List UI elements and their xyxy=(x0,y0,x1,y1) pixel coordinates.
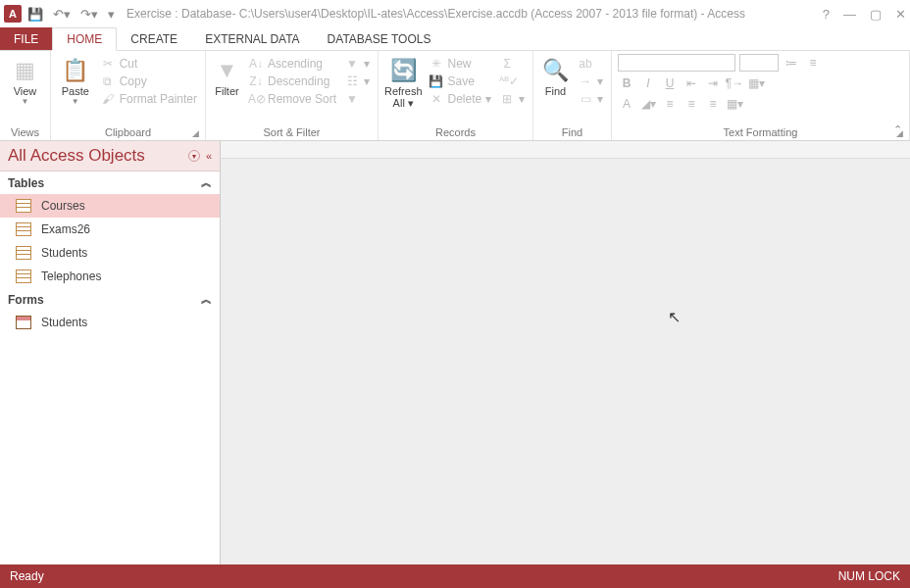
underline-button[interactable]: U xyxy=(661,74,679,92)
nav-table-students[interactable]: Students xyxy=(0,241,220,265)
font-color-button[interactable]: A xyxy=(618,95,635,113)
nav-table-telephones[interactable]: Telephones xyxy=(0,265,220,288)
bullets-icon[interactable]: ≔ xyxy=(783,54,800,72)
window-buttons: ? — ▢ ✕ xyxy=(823,7,906,22)
restore-icon[interactable]: ▢ xyxy=(870,7,882,22)
more-button[interactable]: ⊞▾ xyxy=(497,91,527,107)
status-bar: Ready NUM LOCK xyxy=(0,564,910,588)
remove-sort-label: Remove Sort xyxy=(268,92,336,106)
descending-label: Descending xyxy=(268,74,329,88)
document-area: ↖ xyxy=(221,141,910,564)
select-button[interactable]: ▭▾ xyxy=(576,91,605,107)
tab-home[interactable]: HOME xyxy=(52,27,117,51)
new-icon: ✳ xyxy=(429,57,444,71)
refresh-label: Refresh All ▾ xyxy=(384,85,423,109)
cut-label: Cut xyxy=(120,57,138,71)
tab-file[interactable]: FILE xyxy=(0,27,52,50)
ascending-button[interactable]: A↓Ascending xyxy=(246,56,338,72)
align-left-icon[interactable]: ≡ xyxy=(661,95,679,113)
ribbon-tabs: FILE HOME CREATE EXTERNAL DATA DATABASE … xyxy=(0,27,910,51)
nav-table-courses[interactable]: Courses xyxy=(0,194,220,218)
alt-row-color-icon[interactable]: ▦▾ xyxy=(726,95,743,113)
quick-access-toolbar: 💾 ↶▾ ↷▾ ▾ xyxy=(27,7,115,22)
selection-button[interactable]: ▼▾ xyxy=(342,56,372,72)
selection-icon: ▼ xyxy=(344,57,360,71)
tab-database-tools[interactable]: DATABASE TOOLS xyxy=(314,27,445,50)
copy-button[interactable]: ⧉Copy xyxy=(98,74,199,89)
align-center-icon[interactable]: ≡ xyxy=(682,95,700,113)
s1: ▾ xyxy=(364,57,370,71)
copy-icon: ⧉ xyxy=(100,74,116,88)
delete-record-button[interactable]: ✕Delete ▾ xyxy=(427,91,494,107)
nav-form-students[interactable]: Students xyxy=(0,311,220,334)
qat-customize-icon[interactable]: ▾ xyxy=(108,7,115,22)
group-records: 🔄 Refresh All ▾ ✳New 💾Save ✕Delete ▾ Σ ᴬ… xyxy=(379,51,533,140)
caret: ▾ xyxy=(597,74,603,88)
numbering-icon[interactable]: ≡ xyxy=(804,54,822,72)
save-record-button[interactable]: 💾Save xyxy=(427,74,494,89)
form-icon xyxy=(16,316,31,329)
chevron-down-icon: ▼ xyxy=(72,97,79,106)
sigma-icon: Σ xyxy=(499,57,515,71)
align-right-icon[interactable]: ≡ xyxy=(704,95,722,113)
save-label: Save xyxy=(448,74,475,88)
sort-asc-icon: A↓ xyxy=(248,57,264,71)
group-clipboard: 📋 Paste ▼ ✂Cut ⧉Copy 🖌Format Painter Cli… xyxy=(51,51,206,140)
group-label-views: Views xyxy=(6,124,44,140)
goto-button[interactable]: →▾ xyxy=(576,74,605,89)
remove-sort-button[interactable]: A⊘Remove Sort xyxy=(246,91,338,107)
save-icon[interactable]: 💾 xyxy=(27,7,43,22)
tab-external-data[interactable]: EXTERNAL DATA xyxy=(191,27,313,50)
find-button[interactable]: 🔍 Find xyxy=(539,54,572,97)
nav-item-label: Students xyxy=(41,246,87,260)
filter-button[interactable]: ▼ Filter xyxy=(212,54,242,97)
group-label-find: Find xyxy=(539,124,605,140)
tab-create[interactable]: CREATE xyxy=(117,27,191,50)
minimize-icon[interactable]: — xyxy=(843,7,856,22)
replace-button[interactable]: ab xyxy=(576,56,605,72)
navpane-dropdown-icon[interactable]: ▾ xyxy=(188,150,200,162)
navigation-pane: All Access Objects ▾ « Tables ︽ Courses … xyxy=(0,141,221,564)
format-painter-button[interactable]: 🖌Format Painter xyxy=(98,91,199,107)
toggle-filter-button[interactable]: ▼ xyxy=(342,91,372,107)
font-size-combo[interactable] xyxy=(739,54,779,72)
group-views: ▦ View ▼ Views xyxy=(0,51,51,140)
refresh-icon: 🔄 xyxy=(390,56,417,85)
nav-section-forms[interactable]: Forms ︽ xyxy=(0,288,220,311)
ltr-icon[interactable]: ¶→ xyxy=(726,74,743,92)
ascending-label: Ascending xyxy=(268,57,323,71)
gridlines-icon[interactable]: ▦▾ xyxy=(747,74,765,92)
cut-button[interactable]: ✂Cut xyxy=(98,56,199,72)
save-icon: 💾 xyxy=(429,74,444,88)
dialog-launcher-icon[interactable]: ◢ xyxy=(192,128,199,138)
redo-icon[interactable]: ↷▾ xyxy=(80,7,98,22)
nav-section-tables[interactable]: Tables ︽ xyxy=(0,172,220,194)
spelling-button[interactable]: ᴬᴮ✓ xyxy=(497,74,527,89)
inc-indent-icon[interactable]: ⇥ xyxy=(704,74,722,92)
title-bar: A 💾 ↶▾ ↷▾ ▾ Exercise : Database- C:\User… xyxy=(0,0,910,27)
collapse-ribbon-icon[interactable]: ⌃ xyxy=(893,123,902,136)
close-icon[interactable]: ✕ xyxy=(895,7,906,22)
new-record-button[interactable]: ✳New xyxy=(427,56,494,72)
view-button[interactable]: ▦ View ▼ xyxy=(6,54,44,106)
advanced-button[interactable]: ☷▾ xyxy=(342,74,372,89)
help-icon[interactable]: ? xyxy=(823,7,830,22)
italic-button[interactable]: I xyxy=(639,74,657,92)
paste-icon: 📋 xyxy=(62,56,88,85)
dec-indent-icon[interactable]: ⇤ xyxy=(682,74,700,92)
view-label: View xyxy=(14,85,37,97)
group-label-clipboard: Clipboard◢ xyxy=(57,124,199,140)
paste-button[interactable]: 📋 Paste ▼ xyxy=(57,54,94,106)
undo-icon[interactable]: ↶▾ xyxy=(53,7,71,22)
fill-color-icon[interactable]: ◢▾ xyxy=(639,95,657,113)
navpane-collapse-icon[interactable]: « xyxy=(206,150,212,162)
nav-table-exams26[interactable]: Exams26 xyxy=(0,218,220,241)
navpane-header[interactable]: All Access Objects ▾ « xyxy=(0,141,220,172)
font-name-combo[interactable] xyxy=(618,54,735,72)
refresh-all-button[interactable]: 🔄 Refresh All ▾ xyxy=(384,54,423,109)
filter-label: Filter xyxy=(215,85,238,97)
chevron-down-icon: ▼ xyxy=(22,97,29,106)
descending-button[interactable]: Z↓Descending xyxy=(246,74,338,89)
totals-button[interactable]: Σ xyxy=(497,56,527,72)
bold-button[interactable]: B xyxy=(618,74,635,92)
